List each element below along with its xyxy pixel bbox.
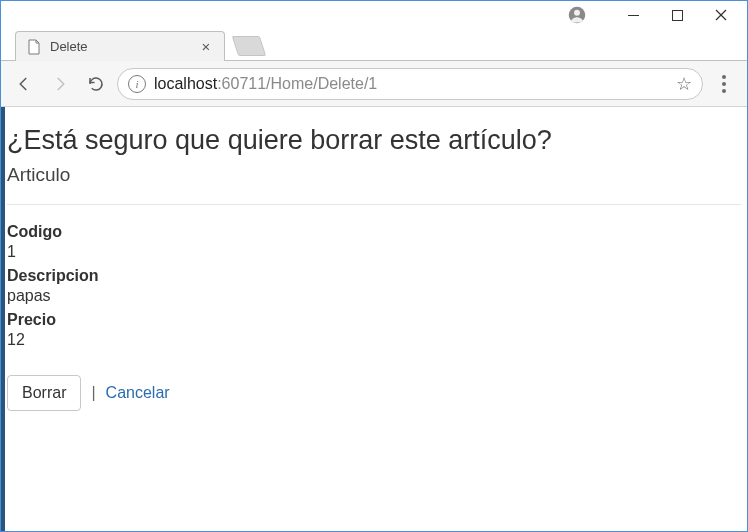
maximize-button[interactable] [655, 1, 699, 29]
minimize-button[interactable] [611, 1, 655, 29]
browser-tab[interactable]: Delete × [15, 31, 225, 61]
value-descripcion: papas [7, 287, 741, 305]
forward-button [45, 69, 75, 99]
browser-toolbar: i localhost:60711/Home/Delete/1 ☆ [1, 61, 747, 107]
address-bar[interactable]: i localhost:60711/Home/Delete/1 ☆ [117, 68, 703, 100]
back-button[interactable] [9, 69, 39, 99]
page-heading: ¿Está seguro que quiere borrar este artí… [7, 125, 741, 156]
value-codigo: 1 [7, 243, 741, 261]
url-text: localhost:60711/Home/Delete/1 [154, 75, 668, 93]
divider [7, 204, 741, 205]
tab-title: Delete [50, 39, 198, 54]
page-icon [26, 39, 42, 55]
form-actions: Borrar | Cancelar [7, 375, 741, 411]
value-precio: 12 [7, 331, 741, 349]
close-window-button[interactable] [699, 1, 743, 29]
action-separator: | [91, 384, 95, 402]
browser-menu-button[interactable] [709, 69, 739, 99]
url-host: localhost [154, 75, 217, 92]
tab-strip: Delete × [1, 29, 747, 61]
profile-icon[interactable] [563, 1, 591, 29]
label-descripcion: Descripcion [7, 267, 741, 285]
svg-point-1 [574, 10, 580, 16]
window-titlebar [1, 1, 747, 29]
label-precio: Precio [7, 311, 741, 329]
details-list: Codigo 1 Descripcion papas Precio 12 [7, 223, 741, 349]
tab-close-icon[interactable]: × [198, 39, 214, 55]
svg-rect-3 [672, 10, 682, 20]
site-info-icon[interactable]: i [128, 75, 146, 93]
new-tab-button[interactable] [232, 36, 266, 56]
reload-button[interactable] [81, 69, 111, 99]
cancel-link[interactable]: Cancelar [106, 384, 170, 402]
url-path: :60711/Home/Delete/1 [217, 75, 377, 92]
page-subtitle: Articulo [7, 164, 741, 186]
page-content: ¿Está seguro que quiere borrar este artí… [1, 107, 747, 532]
bookmark-star-icon[interactable]: ☆ [676, 73, 692, 95]
label-codigo: Codigo [7, 223, 741, 241]
delete-button[interactable]: Borrar [7, 375, 81, 411]
